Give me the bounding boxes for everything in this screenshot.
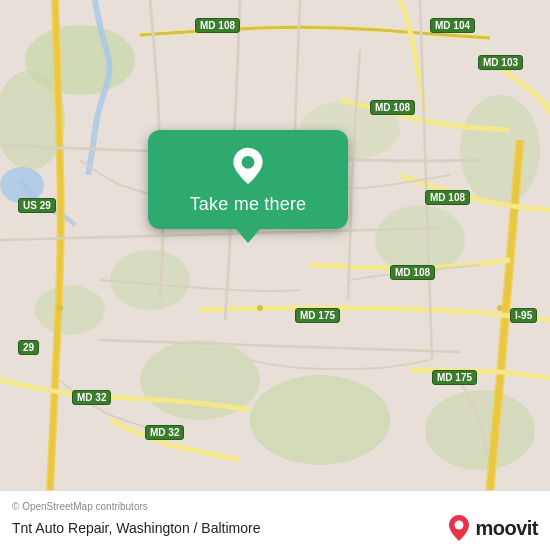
attribution-text: © OpenStreetMap contributors	[12, 501, 538, 512]
location-info: Tnt Auto Repair, Washington / Baltimore …	[12, 514, 538, 542]
svg-point-12	[57, 305, 63, 311]
popup-label: Take me there	[190, 194, 307, 215]
svg-point-16	[242, 156, 255, 169]
road-badge: MD 175	[432, 370, 477, 385]
moovit-pin-icon	[447, 514, 471, 542]
road-badge: MD 32	[145, 425, 184, 440]
moovit-logo: moovit	[447, 514, 538, 542]
road-badge: 29	[18, 340, 39, 355]
svg-point-17	[455, 521, 464, 530]
map-container: MD 108MD 104MD 103MD 108MD 108US 2929MD …	[0, 0, 550, 490]
moovit-wordmark: moovit	[475, 517, 538, 540]
popup-box[interactable]: Take me there	[148, 130, 348, 229]
svg-point-6	[110, 250, 190, 310]
road-badge: MD 103	[478, 55, 523, 70]
location-pin-icon	[228, 146, 268, 186]
road-badge: MD 104	[430, 18, 475, 33]
svg-point-13	[257, 305, 263, 311]
location-name: Tnt Auto Repair, Washington / Baltimore	[12, 520, 261, 536]
road-badge: I-95	[510, 308, 537, 323]
bottom-bar: © OpenStreetMap contributors Tnt Auto Re…	[0, 490, 550, 550]
road-badge: US 29	[18, 198, 56, 213]
popup-tail	[236, 229, 260, 243]
road-badge: MD 108	[195, 18, 240, 33]
road-badge: MD 32	[72, 390, 111, 405]
road-badge: MD 108	[390, 265, 435, 280]
svg-point-4	[250, 375, 390, 465]
svg-point-14	[497, 305, 503, 311]
road-badge: MD 175	[295, 308, 340, 323]
svg-point-9	[460, 95, 540, 205]
road-badge: MD 108	[425, 190, 470, 205]
svg-point-5	[425, 390, 535, 470]
road-badge: MD 108	[370, 100, 415, 115]
popup-overlay[interactable]: Take me there	[148, 130, 348, 243]
svg-point-10	[35, 285, 105, 335]
